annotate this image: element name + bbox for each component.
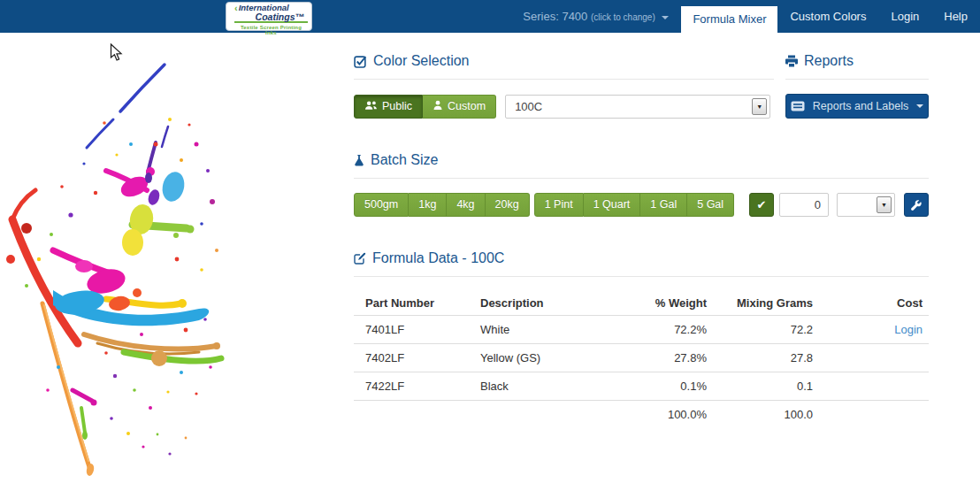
color-select[interactable]: 100C ▼ bbox=[505, 95, 770, 119]
weight-options-group: 500gm 1kg 4kg 20kg bbox=[354, 193, 530, 217]
volume-options-group: 1 Pint 1 Quart 1 Gal 5 Gal bbox=[534, 193, 734, 217]
caret-down-icon bbox=[916, 104, 923, 108]
grams-cell: 27.8 bbox=[718, 344, 824, 372]
formula-data-heading: Formula Data - 100C bbox=[354, 250, 929, 277]
batch-size-title: Batch Size bbox=[371, 152, 438, 168]
reports-and-labels-button[interactable]: Reports and Labels bbox=[785, 94, 929, 119]
weight-cell: 0.1% bbox=[612, 372, 718, 401]
confirm-batch-button[interactable]: ✔ bbox=[749, 193, 774, 217]
main-content: Color Selection Public Custom bbox=[354, 53, 929, 428]
settings-wrench-button[interactable] bbox=[904, 193, 929, 217]
formula-data-panel: Formula Data - 100C Part Number Descript… bbox=[354, 250, 929, 428]
description-cell: White bbox=[469, 316, 612, 344]
col-description: Description bbox=[469, 291, 612, 316]
series-label: Series: 7400 bbox=[523, 10, 587, 23]
logo-swoosh-icon: ‹ bbox=[234, 4, 238, 12]
public-button[interactable]: Public bbox=[354, 95, 423, 119]
batch-1quart-button[interactable]: 1 Quart bbox=[584, 193, 641, 217]
weight-cell: 27.8% bbox=[612, 344, 718, 372]
col-weight: % Weight bbox=[612, 291, 718, 316]
tab-formula-mixer[interactable]: Formula Mixer bbox=[681, 6, 777, 38]
logo-tagline: Textile Screen Printing Inks bbox=[234, 25, 308, 35]
wrench-icon bbox=[910, 199, 923, 211]
color-select-value: 100C bbox=[506, 100, 752, 113]
custom-button[interactable]: Custom bbox=[423, 95, 496, 119]
public-custom-toggle: Public Custom bbox=[354, 95, 496, 119]
custom-label: Custom bbox=[448, 100, 486, 112]
reports-panel: Reports Reports and Labels bbox=[785, 53, 929, 119]
table-row: 7401LF White 72.2% 72.2 Login bbox=[354, 316, 929, 344]
nav-login[interactable]: Login bbox=[878, 0, 931, 33]
cost-cell bbox=[824, 344, 929, 372]
paint-splash-image bbox=[0, 38, 232, 476]
list-card-icon bbox=[791, 101, 805, 111]
batch-4kg-button[interactable]: 4kg bbox=[447, 193, 485, 217]
edit-pencil-icon bbox=[354, 252, 366, 265]
logo-line2: Coatings™ bbox=[234, 12, 308, 23]
totals-row: 100.0% 100.0 bbox=[354, 401, 929, 429]
total-weight: 100.0% bbox=[612, 401, 718, 429]
batch-1pint-button[interactable]: 1 Pint bbox=[534, 193, 584, 217]
formula-data-title: Formula Data - 100C bbox=[372, 250, 504, 266]
mouse-cursor bbox=[110, 43, 123, 62]
reports-button-label: Reports and Labels bbox=[813, 100, 908, 112]
batch-500gm-button[interactable]: 500gm bbox=[354, 193, 409, 217]
color-selection-heading: Color Selection bbox=[354, 53, 774, 80]
part-number-cell: 7401LF bbox=[354, 316, 469, 344]
batch-1gal-button[interactable]: 1 Gal bbox=[640, 193, 687, 217]
unit-select[interactable]: ▼ bbox=[837, 193, 895, 217]
table-row: 7402LF Yellow (GS) 27.8% 27.8 bbox=[354, 344, 929, 372]
batch-20kg-button[interactable]: 20kg bbox=[486, 193, 530, 217]
dropdown-arrow-icon[interactable]: ▼ bbox=[752, 98, 767, 115]
batch-size-panel: Batch Size 500gm 1kg 4kg 20kg 1 Pint 1 Q… bbox=[354, 152, 929, 217]
color-selection-panel: Color Selection Public Custom bbox=[354, 53, 774, 119]
part-number-cell: 7402LF bbox=[354, 344, 469, 372]
printer-icon bbox=[785, 55, 798, 67]
batch-size-heading: Batch Size bbox=[354, 152, 929, 179]
top-navbar: ‹ International Coatings™ Textile Screen… bbox=[0, 0, 980, 33]
part-number-cell: 7422LF bbox=[354, 372, 469, 401]
col-cost: Cost bbox=[824, 291, 929, 316]
weight-cell: 72.2% bbox=[612, 316, 718, 344]
user-icon bbox=[433, 100, 443, 111]
tab-custom-colors[interactable]: Custom Colors bbox=[777, 0, 878, 33]
formula-table: Part Number Description % Weight Mixing … bbox=[354, 291, 929, 428]
company-logo[interactable]: ‹ International Coatings™ Textile Screen… bbox=[226, 2, 312, 31]
series-dropdown[interactable]: Series: 7400 (click to change) bbox=[510, 0, 681, 33]
series-hint: (click to change) bbox=[591, 12, 655, 22]
table-row: 7422LF Black 0.1% 0.1 bbox=[354, 372, 929, 401]
dropdown-arrow-icon[interactable]: ▼ bbox=[877, 196, 892, 213]
batch-1kg-button[interactable]: 1kg bbox=[409, 193, 447, 217]
grams-cell: 0.1 bbox=[718, 372, 824, 401]
cost-login-link[interactable]: Login bbox=[894, 323, 923, 336]
grams-cell: 72.2 bbox=[718, 316, 824, 344]
caret-down-icon bbox=[662, 16, 669, 19]
description-cell: Yellow (GS) bbox=[469, 344, 612, 372]
batch-5gal-button[interactable]: 5 Gal bbox=[687, 193, 734, 217]
total-grams: 100.0 bbox=[718, 401, 824, 429]
custom-amount-input[interactable] bbox=[779, 193, 829, 217]
description-cell: Black bbox=[469, 372, 612, 401]
reports-title: Reports bbox=[804, 53, 854, 69]
col-part-number: Part Number bbox=[354, 291, 469, 316]
color-selection-title: Color Selection bbox=[373, 53, 470, 69]
flask-icon bbox=[354, 154, 364, 167]
public-label: Public bbox=[382, 100, 412, 112]
nav-help[interactable]: Help bbox=[931, 0, 980, 33]
cost-cell bbox=[824, 372, 929, 401]
navbar-menu: Series: 7400 (click to change) Formula M… bbox=[510, 0, 980, 33]
check-square-icon bbox=[354, 55, 367, 68]
formula-table-header: Part Number Description % Weight Mixing … bbox=[354, 291, 929, 316]
col-mixing-grams: Mixing Grams bbox=[718, 291, 824, 316]
users-icon bbox=[364, 100, 378, 111]
reports-heading: Reports bbox=[785, 53, 929, 80]
